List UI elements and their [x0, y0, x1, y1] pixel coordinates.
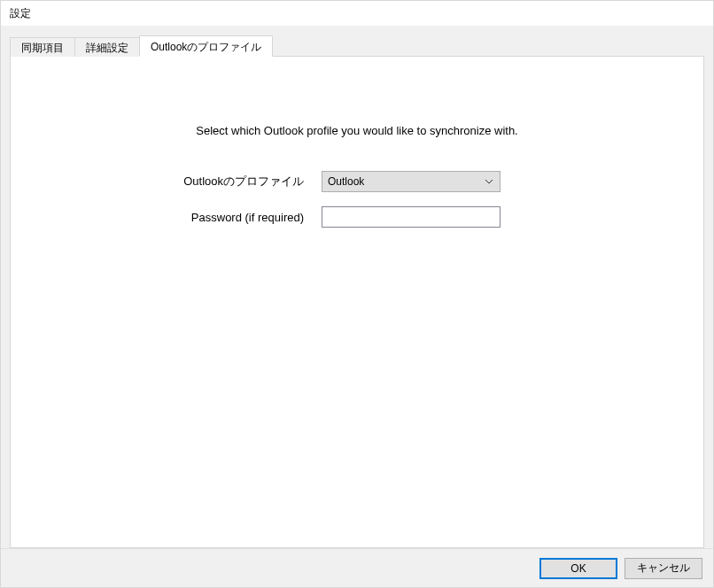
profile-row: Outlookのプロファイル Outlook [153, 171, 561, 192]
button-bar: OK キャンセル [1, 548, 713, 587]
dropdown-value: Outlook [328, 175, 482, 188]
ok-button[interactable]: OK [539, 558, 617, 579]
tab-advanced-settings[interactable]: 詳細設定 [74, 37, 140, 57]
tab-outlook-profile[interactable]: Outlookのプロファイル [139, 35, 273, 57]
password-control [322, 206, 561, 228]
tab-label: Outlookのプロファイル [151, 41, 261, 53]
password-label: Password (if required) [153, 211, 322, 224]
settings-dialog: 設定 同期項目 詳細設定 Outlookのプロファイル Select which… [0, 0, 714, 588]
chevron-down-icon [482, 180, 496, 184]
outlook-profile-dropdown[interactable]: Outlook [322, 171, 501, 192]
tabstrip: 同期項目 詳細設定 Outlookのプロファイル [10, 35, 704, 57]
password-row: Password (if required) [153, 206, 561, 228]
profile-label: Outlookのプロファイル [153, 174, 322, 190]
tab-label: 詳細設定 [86, 42, 128, 54]
button-label: キャンセル [637, 561, 690, 574]
titlebar: 設定 [1, 1, 713, 26]
cancel-button[interactable]: キャンセル [625, 558, 702, 579]
password-input[interactable] [322, 206, 501, 228]
panel-content: Select which Outlook profile you would l… [11, 57, 703, 242]
tab-panel: Select which Outlook profile you would l… [10, 56, 704, 548]
profile-control: Outlook [322, 171, 561, 192]
client-area: 同期項目 詳細設定 Outlookのプロファイル Select which Ou… [1, 26, 713, 548]
window-title: 設定 [10, 6, 31, 21]
instruction-text: Select which Outlook profile you would l… [196, 124, 517, 137]
button-label: OK [570, 562, 586, 575]
tab-sync-items[interactable]: 同期項目 [10, 37, 75, 57]
tab-label: 同期項目 [21, 42, 64, 54]
